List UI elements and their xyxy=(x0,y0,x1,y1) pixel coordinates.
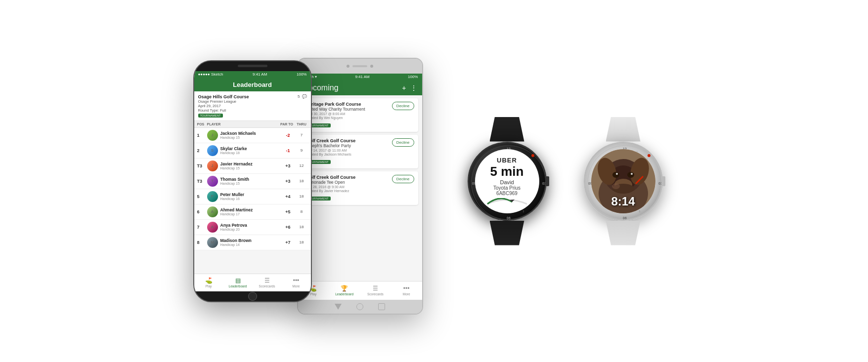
handicap: Handicap 17 xyxy=(220,212,281,216)
battery-text: 100% xyxy=(297,72,306,77)
uber-car: Toyota Prius xyxy=(493,185,521,191)
course-card[interactable]: Osage Hills Golf Course Osage Premier Le… xyxy=(194,91,311,121)
course-date: April 29, 2017 xyxy=(198,104,249,108)
black-watch-case: 12 03 06 09 APPROACH S60 xyxy=(468,142,547,221)
course-name: Osage Hills Golf Course xyxy=(198,94,249,99)
table-row[interactable]: T3 T Thomas Smith Handicap 15 +3 18 xyxy=(194,174,311,189)
thru: 8 xyxy=(296,209,308,214)
thru: 18 xyxy=(296,225,308,229)
player-name: Peter Muller xyxy=(220,192,281,197)
progress-arc-svg xyxy=(485,198,529,205)
upcoming-date: April 30, 2017 @ 8:00 AM xyxy=(306,112,389,116)
android-nav-more[interactable]: ••• More xyxy=(391,283,422,298)
android-top xyxy=(298,59,422,74)
android-device: Sketch ▾ 9:41 AM 100% Upcoming + ⋮ xyxy=(297,58,423,315)
svg-text:5: 5 xyxy=(522,210,524,213)
avatar: J xyxy=(207,161,218,171)
row-pos: 8 xyxy=(197,240,207,245)
android-nav-scorecards-label: Scorecards xyxy=(367,292,384,296)
decline-button-1[interactable]: Decline xyxy=(392,102,414,110)
score: +5 xyxy=(281,209,296,214)
camera-dot xyxy=(347,65,349,68)
android-nav: ⛳ Play 🏆 Leaderboard ☰ Scorecards ••• Mo… xyxy=(298,281,422,300)
black-watch: 12 03 06 09 APPROACH S60 xyxy=(453,117,562,245)
row-pos: 2 xyxy=(197,148,207,153)
scorecards-icon: ☰ xyxy=(264,277,270,284)
iphone-notch xyxy=(194,61,311,71)
col-thru: THRU xyxy=(296,122,308,126)
player-info: Thomas Smith Handicap 15 xyxy=(220,177,281,185)
league-name: Osage Premier League xyxy=(198,99,249,104)
col-par: PAR TO xyxy=(278,122,296,126)
android-screen: Sketch ▾ 9:41 AM 100% Upcoming + ⋮ xyxy=(298,74,422,300)
menu-icon[interactable]: ⋮ xyxy=(410,84,417,92)
white-watch: 12 03 06 09 APPROACH S60 1 2 4 5 11 10 xyxy=(571,117,675,245)
upcoming-creator: Created By Wei Nguyen xyxy=(306,116,389,120)
upcoming-event: United Way Charity Tournament xyxy=(306,107,389,112)
add-icon[interactable]: + xyxy=(402,84,406,92)
android-status-bar: Sketch ▾ 9:41 AM 100% xyxy=(298,74,422,80)
avatar: A xyxy=(207,206,218,217)
row-pos: 7 xyxy=(197,225,207,230)
player-info: Madison Brown Handicap 14 xyxy=(220,238,281,246)
player-name: Skylar Clarke xyxy=(220,146,281,151)
back-button[interactable] xyxy=(335,304,342,310)
thru: 18 xyxy=(296,179,308,183)
android-more-icon: ••• xyxy=(403,285,410,292)
header-icons: + ⋮ xyxy=(402,84,417,92)
avatar: J xyxy=(207,130,218,141)
decline-button-2[interactable]: Decline xyxy=(392,138,414,147)
score: +4 xyxy=(281,194,296,199)
more-icon: ••• xyxy=(293,277,300,284)
time-text: 9:41 AM xyxy=(253,72,267,77)
table-row[interactable]: 8 M Madison Brown Handicap 14 +7 18 xyxy=(194,235,311,250)
iphone-nav: ⛳ Play ▤ Leaderboard ☰ Scorecards ••• Mo… xyxy=(194,274,311,291)
row-pos: 1 xyxy=(197,133,207,138)
svg-point-37 xyxy=(612,172,619,178)
watch-time-display: 8:14 xyxy=(591,195,655,208)
nav-scorecards[interactable]: ☰ Scorecards xyxy=(253,276,282,290)
nav-play[interactable]: ⛳ Play xyxy=(194,276,223,290)
player-info: Jackson Michaels Handicap 15 xyxy=(220,131,281,139)
score: +7 xyxy=(281,240,296,245)
iphone-frame: ●●●●● Sketch 9:41 AM 100% Leaderboard Os… xyxy=(193,60,312,302)
android-nav-scorecards[interactable]: ☰ Scorecards xyxy=(360,283,391,298)
upcoming-info: Heritage Park Golf Course United Way Cha… xyxy=(306,102,389,128)
table-row[interactable]: T3 J Javier Hernadez Handicap 15 +3 12 xyxy=(194,159,311,174)
recents-button[interactable] xyxy=(378,303,385,310)
table-row[interactable]: 5 P Peter Muller Handicap 16 +4 18 xyxy=(194,189,311,204)
upcoming-card-3[interactable]: Wolf Creek Golf Course Lemonade Tee Open… xyxy=(302,171,418,205)
nav-leaderboard[interactable]: ▤ Leaderboard xyxy=(223,276,253,290)
android-nav-leaderboard[interactable]: 🏆 Leaderboard xyxy=(329,283,360,298)
nav-more[interactable]: ••• More xyxy=(282,276,311,290)
android-time: 9:41 AM xyxy=(355,75,369,79)
upcoming-creator-3: Created By Javier Hernadez xyxy=(306,189,389,193)
android-header: Upcoming + ⋮ xyxy=(298,80,422,95)
upcoming-event-3: Lemonade Tee Open xyxy=(306,180,389,185)
svg-point-40 xyxy=(631,173,633,175)
upcoming-body: Heritage Park Golf Course United Way Cha… xyxy=(298,95,422,281)
white-watch-face: 8:14 xyxy=(591,149,655,213)
upcoming-course-2: Wolf Creek Golf Course xyxy=(306,138,389,143)
decline-button-3[interactable]: Decline xyxy=(392,175,414,183)
avatar: P xyxy=(207,191,218,202)
upcoming-card-1[interactable]: Heritage Park Golf Course United Way Cha… xyxy=(302,98,418,132)
table-row[interactable]: 1 J Jackson Michaels Handicap 15 -2 7 xyxy=(194,128,311,143)
android-bottom-bar xyxy=(298,300,422,314)
upcoming-info-3: Wolf Creek Golf Course Lemonade Tee Open… xyxy=(306,175,389,201)
table-row[interactable]: 6 A Ahmed Martinez Handicap 17 +5 8 xyxy=(194,204,311,220)
carrier-text: ●●●●● Sketch xyxy=(198,72,223,77)
home-button-android[interactable] xyxy=(356,303,363,310)
svg-point-39 xyxy=(616,173,618,175)
home-button[interactable] xyxy=(248,292,257,301)
table-row[interactable]: 2 S Skylar Clarke Handicap 18 -1 9 xyxy=(194,143,311,159)
round-type: Round Type: Full xyxy=(198,108,249,113)
table-row[interactable]: 7 A Anya Petrova Handicap 20 +6 18 xyxy=(194,220,311,235)
watch-crown-black xyxy=(545,176,549,186)
white-watch-body: 12 03 06 09 APPROACH S60 1 2 4 5 11 10 xyxy=(571,142,675,221)
android-speaker xyxy=(352,65,367,67)
upcoming-card-2[interactable]: Wolf Creek Golf Course Joseph's Bachelor… xyxy=(302,135,418,168)
black-watch-strap-bottom xyxy=(490,221,524,245)
uber-app-name: UBER xyxy=(497,157,517,164)
nav-scorecards-label: Scorecards xyxy=(259,284,275,288)
